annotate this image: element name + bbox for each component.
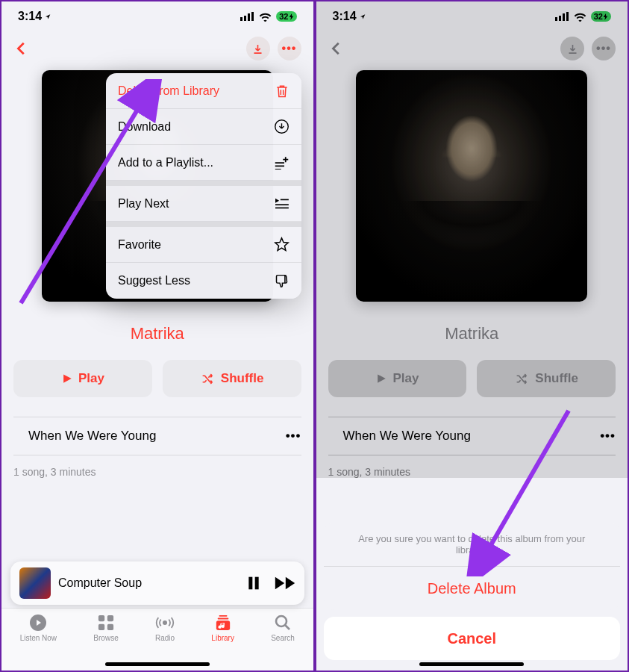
album-meta: 1 song, 3 minutes	[13, 466, 96, 478]
annotation-arrow	[15, 79, 172, 311]
sheet-cancel[interactable]: Cancel	[324, 617, 621, 660]
svg-line-20	[21, 93, 148, 303]
location-icon	[45, 13, 51, 21]
home-indicator	[105, 662, 210, 666]
nav-bar: •••	[316, 31, 628, 66]
battery-badge: 32	[276, 11, 296, 22]
status-bar: 3:14 32	[1, 1, 313, 31]
svg-rect-7	[98, 615, 104, 621]
now-playing-bar[interactable]: Computer Soup	[10, 561, 304, 605]
svg-line-25	[481, 411, 569, 563]
shuffle-icon	[514, 373, 529, 385]
thumbs-down-icon	[274, 273, 290, 289]
album-meta: 1 song, 3 minutes	[328, 466, 411, 478]
play-circle-icon	[29, 614, 47, 632]
star-icon	[274, 237, 290, 252]
svg-rect-3	[251, 12, 254, 21]
nav-bar: •••	[1, 31, 313, 66]
cellular-icon	[555, 12, 569, 21]
svg-rect-19	[275, 208, 289, 209]
svg-rect-1	[244, 16, 246, 21]
tab-listen-now[interactable]: Listen Now	[20, 613, 57, 671]
svg-rect-0	[240, 17, 242, 21]
location-icon	[360, 13, 366, 21]
track-title: When We Were Young	[13, 429, 156, 444]
play-icon	[375, 373, 387, 385]
battery-badge: 32	[591, 11, 611, 22]
wifi-icon	[574, 12, 586, 22]
svg-point-15	[276, 616, 287, 626]
svg-rect-9	[98, 624, 104, 630]
svg-rect-13	[217, 618, 228, 620]
now-playing-art	[19, 567, 51, 599]
svg-rect-8	[107, 615, 113, 621]
annotation-arrow	[451, 405, 578, 576]
svg-rect-17	[281, 199, 289, 201]
album-title: Matrika	[445, 324, 498, 343]
download-button[interactable]	[246, 37, 270, 60]
playlist-add-icon	[274, 156, 290, 169]
home-indicator	[419, 662, 524, 666]
svg-rect-24	[566, 12, 569, 21]
clock: 3:14	[18, 10, 42, 23]
screenshot-left: 3:14 32 ••• Matrika	[0, 0, 315, 672]
more-button[interactable]: •••	[278, 37, 301, 60]
album-art	[356, 70, 587, 302]
tab-search[interactable]: Search	[271, 613, 295, 671]
track-more-icon[interactable]: •••	[286, 429, 301, 444]
more-button[interactable]: •••	[592, 37, 616, 60]
download-circle-icon	[274, 119, 290, 134]
shuffle-button[interactable]: Shuffle	[163, 360, 301, 397]
tab-library[interactable]: Library	[211, 613, 234, 671]
back-button[interactable]	[13, 40, 30, 57]
album-title: Matrika	[131, 324, 184, 343]
svg-rect-21	[555, 17, 557, 21]
play-icon	[61, 373, 72, 385]
play-button[interactable]: Play	[13, 360, 152, 397]
pause-icon[interactable]	[246, 575, 261, 591]
status-bar: 3:14 32	[316, 1, 628, 31]
svg-rect-12	[219, 615, 227, 617]
clock: 3:14	[333, 10, 357, 23]
wifi-icon	[259, 12, 272, 22]
screenshot-right: 3:14 32 ••• Matrika	[315, 0, 630, 672]
shuffle-icon	[200, 373, 215, 385]
track-more-icon[interactable]: •••	[600, 429, 616, 444]
search-icon	[274, 614, 292, 632]
download-button[interactable]	[560, 37, 584, 60]
grid-icon	[98, 615, 114, 631]
svg-rect-4	[248, 577, 252, 590]
forward-icon[interactable]	[275, 576, 295, 591]
play-next-icon	[274, 197, 290, 210]
svg-rect-18	[275, 204, 289, 205]
radio-icon	[155, 615, 175, 631]
track-row[interactable]: When We Were Young •••	[13, 417, 301, 455]
shuffle-button[interactable]: Shuffle	[477, 360, 616, 397]
cellular-icon	[240, 12, 254, 21]
svg-point-11	[163, 621, 166, 624]
svg-rect-2	[248, 13, 250, 21]
svg-rect-22	[559, 16, 561, 21]
back-button[interactable]	[328, 40, 345, 57]
now-playing-title: Computer Soup	[58, 576, 239, 590]
track-title: When We Were Young	[328, 429, 471, 444]
svg-rect-10	[107, 624, 113, 630]
svg-rect-5	[254, 577, 258, 590]
svg-rect-23	[563, 13, 565, 21]
play-button[interactable]: Play	[328, 360, 467, 397]
tab-bar: Listen Now Browse Radio Library Search	[1, 608, 313, 671]
trash-icon	[275, 83, 290, 99]
library-icon	[214, 615, 232, 631]
